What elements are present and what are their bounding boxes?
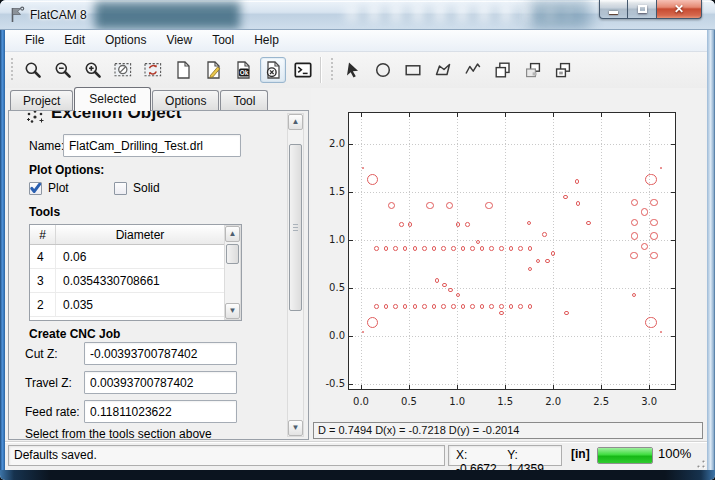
tool-number: 3 bbox=[30, 269, 56, 292]
solid-checkbox[interactable]: Solid bbox=[114, 181, 160, 195]
draw-rectangle-button[interactable] bbox=[400, 57, 426, 83]
tick bbox=[601, 113, 602, 117]
tab-options[interactable]: Options bbox=[152, 90, 219, 112]
replot-button[interactable] bbox=[140, 57, 166, 83]
draw-path-icon bbox=[463, 60, 483, 80]
y-tick-label: -0.5 bbox=[313, 378, 345, 389]
checkbox-box[interactable] bbox=[29, 182, 42, 195]
gridline bbox=[649, 113, 650, 389]
zoom-out-icon bbox=[53, 60, 73, 80]
drill-small bbox=[374, 246, 379, 251]
tools-table-header[interactable]: # Diameter bbox=[30, 225, 224, 245]
drill-small bbox=[432, 304, 437, 309]
menu-item[interactable]: View bbox=[156, 30, 202, 51]
tick bbox=[349, 384, 353, 385]
checkbox-label: Plot bbox=[48, 181, 69, 195]
scrollbar-track[interactable] bbox=[288, 130, 303, 420]
name-input[interactable] bbox=[63, 134, 241, 157]
draw-path-button[interactable] bbox=[460, 57, 486, 83]
move-objects-button[interactable] bbox=[550, 57, 576, 83]
measurement-readout: D = 0.7494 D(x) = -0.7218 D(y) = -0.2014 bbox=[313, 422, 703, 439]
tool-row[interactable]: 30.0354330708661 bbox=[30, 269, 224, 293]
draw-polygon-button[interactable] bbox=[430, 57, 456, 83]
tab-tool[interactable]: Tool bbox=[220, 90, 268, 112]
svg-text:Ok: Ok bbox=[240, 69, 249, 76]
scrollbar-thumb[interactable] bbox=[289, 144, 302, 311]
edit-file-button[interactable] bbox=[200, 57, 226, 83]
close-button[interactable]: ✕ bbox=[657, 0, 702, 19]
scroll-up-icon[interactable]: ▲ bbox=[225, 226, 240, 242]
drill-medium bbox=[641, 208, 649, 216]
tool-row[interactable]: 20.035 bbox=[30, 293, 224, 317]
drill-small bbox=[465, 222, 470, 227]
maximize-button[interactable] bbox=[628, 0, 657, 19]
menu-item[interactable]: File bbox=[15, 30, 54, 51]
accept-file-button[interactable]: Ok bbox=[230, 57, 256, 83]
minimize-button[interactable] bbox=[599, 0, 628, 19]
zoom-out-button[interactable] bbox=[50, 57, 76, 83]
drill-small bbox=[456, 293, 461, 298]
tab-selected[interactable]: Selected bbox=[74, 87, 151, 111]
y-tick-label: 2.0 bbox=[313, 138, 345, 149]
zoom-in-button[interactable] bbox=[80, 57, 106, 83]
tool-row[interactable]: 40.06 bbox=[30, 245, 224, 269]
new-file-button[interactable] bbox=[170, 57, 196, 83]
plot-checkbox[interactable]: Plot bbox=[29, 181, 69, 195]
feed-rate-input[interactable] bbox=[84, 400, 237, 423]
menu-item[interactable]: Tool bbox=[202, 30, 244, 51]
column-header-number[interactable]: # bbox=[30, 225, 56, 244]
titlebar[interactable]: FlatCAM 8 ✕ bbox=[0, 0, 715, 30]
copy-parameters-button[interactable] bbox=[520, 57, 546, 83]
drill-small bbox=[448, 288, 453, 293]
clear-plot-button[interactable] bbox=[110, 57, 136, 83]
plot-axes[interactable]: 0.00.51.01.52.02.53.02.01.51.00.50.0-0.5 bbox=[348, 112, 676, 390]
window-controls: ✕ bbox=[599, 0, 702, 19]
drill-small bbox=[518, 304, 523, 309]
tick bbox=[349, 240, 353, 241]
menu-item[interactable]: Options bbox=[95, 30, 156, 51]
status-message: Defaults saved. bbox=[8, 445, 445, 466]
zoom-fit-button[interactable] bbox=[20, 57, 46, 83]
x-tick-label: 1.0 bbox=[440, 396, 474, 407]
drill-small bbox=[451, 246, 456, 251]
checkbox-box[interactable] bbox=[114, 182, 127, 195]
menu-item[interactable]: Help bbox=[244, 30, 289, 51]
select-pointer-button[interactable] bbox=[340, 57, 366, 83]
tab-project[interactable]: Project bbox=[10, 90, 73, 112]
gridline bbox=[349, 192, 675, 193]
drill-small bbox=[563, 195, 568, 200]
tick bbox=[553, 113, 554, 117]
tool-diameter: 0.0354330708661 bbox=[56, 269, 224, 292]
cancel-file-button[interactable] bbox=[260, 57, 286, 83]
draw-circle-button[interactable] bbox=[370, 57, 396, 83]
copy-objects-button[interactable] bbox=[490, 57, 516, 83]
units-label: [in] bbox=[571, 447, 590, 461]
menu-item[interactable]: Edit bbox=[54, 30, 95, 51]
drill-small bbox=[518, 246, 523, 251]
column-header-diameter[interactable]: Diameter bbox=[56, 225, 224, 244]
plot-options-label: Plot Options: bbox=[29, 163, 104, 177]
drill-small bbox=[461, 304, 466, 309]
tick bbox=[349, 144, 353, 145]
thumb-grip bbox=[293, 224, 298, 231]
scrollbar-track[interactable] bbox=[225, 242, 240, 303]
scrollbar-thumb[interactable] bbox=[226, 244, 239, 264]
scroll-down-icon[interactable]: ▼ bbox=[288, 420, 303, 436]
drill-pattern-icon bbox=[25, 110, 45, 128]
tick bbox=[361, 385, 362, 389]
drill-small bbox=[632, 293, 637, 298]
shell-button[interactable] bbox=[290, 57, 316, 83]
scroll-up-icon[interactable]: ▲ bbox=[288, 114, 303, 130]
x-tick-label: 0.5 bbox=[392, 396, 426, 407]
drill-small bbox=[441, 304, 446, 309]
tool-diameter: 0.06 bbox=[56, 245, 224, 268]
scroll-down-icon[interactable]: ▼ bbox=[225, 303, 240, 319]
toolbar-drag-handle[interactable] bbox=[330, 58, 336, 82]
toolbar-drag-handle[interactable] bbox=[10, 58, 16, 82]
drill-small bbox=[461, 246, 466, 251]
cut-z-input[interactable] bbox=[84, 342, 237, 365]
travel-z-label: Travel Z: bbox=[25, 376, 72, 390]
tick bbox=[671, 288, 675, 289]
resize-grip[interactable] bbox=[693, 456, 706, 469]
travel-z-input[interactable] bbox=[84, 371, 237, 394]
